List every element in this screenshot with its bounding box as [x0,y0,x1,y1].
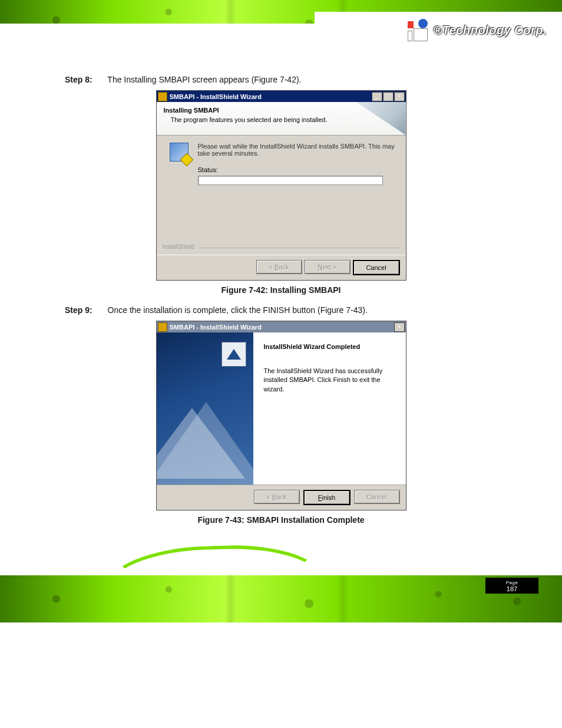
completed-title: InstallShield Wizard Completed [264,343,396,350]
figure-7-42-wrap: SMBAPI - InstallShield Wizard _ □ × Inst… [29,90,533,281]
cancel-button[interactable]: Cancel [353,260,400,275]
install-progress-icon [170,143,189,162]
iei-logo-icon [408,19,430,41]
page-header: ®Technology Corp. [0,0,562,57]
minimize-button[interactable]: _ [372,92,382,101]
install-wait-text: Please wait while the InstallShield Wiza… [198,143,396,157]
close-button[interactable]: × [394,92,405,101]
titlebar-2-title: SMBAPI - InstallShield Wizard [170,324,394,331]
titlebar-1: SMBAPI - InstallShield Wizard _ □ × [157,91,406,102]
step-9: Step 9: Once the installation is complet… [65,305,533,315]
page-number-box: Page 187 [485,572,538,596]
installer-icon [158,322,167,332]
step-8-text: The Installing SMBAPI screen appears (Fi… [107,75,301,84]
back-button: < Back [254,490,300,504]
page-content: Step 8: The Installing SMBAPI screen app… [0,70,562,525]
window-controls: _ □ × [372,92,405,101]
wizard-header-sub: The program features you selected are be… [171,116,399,123]
wizard-header: Installing SMBAPI The program features y… [157,102,406,136]
status-label: Status: [198,166,396,173]
installer-icon [158,92,167,101]
titlebar-2: SMBAPI - InstallShield Wizard × [157,321,406,332]
button-bar-1: < Back Next > Cancel [157,255,406,280]
step-9-no: Step 9: [65,305,92,315]
shield-icon [222,342,246,367]
wizard-side-graphic [157,332,253,485]
button-bar-2: < Back Finish Cancel [157,485,406,510]
brand-logo-area: ®Technology Corp. [408,19,547,41]
installshield-window-installing: SMBAPI - InstallShield Wizard _ □ × Inst… [156,90,406,281]
installshield-window-completed: SMBAPI - InstallShield Wizard × InstallS… [156,321,406,510]
step-9-text: Once the installation is complete, click… [108,305,368,315]
page-number: 187 [507,585,517,592]
brand-text: ®Technology Corp. [434,24,547,37]
window-controls: × [394,322,405,332]
completed-panel: InstallShield Wizard Completed The Insta… [253,332,406,485]
wizard-body: Please wait while the InstallShield Wiza… [157,136,406,255]
maximize-button[interactable]: □ [383,92,394,101]
figure-7-42-caption: Figure 7-42: Installing SMBAPI [29,285,533,295]
next-button: Next > [305,260,351,274]
figure-7-43-wrap: SMBAPI - InstallShield Wizard × InstallS… [29,321,533,510]
step-8-no: Step 8: [65,75,92,84]
back-button: < Back [256,260,302,274]
wizard-body-completed: InstallShield Wizard Completed The Insta… [157,332,406,485]
installshield-brand: InstallShield [163,243,400,250]
page-footer: Page 187 [0,575,562,622]
step-8: Step 8: The Installing SMBAPI screen app… [65,75,533,84]
cancel-button: Cancel [354,490,400,504]
finish-button[interactable]: Finish [303,490,351,505]
close-button[interactable]: × [394,322,405,332]
progress-bar [198,176,383,185]
completed-text: The InstallShield Wizard has successfull… [264,367,396,394]
wizard-header-title: Installing SMBAPI [164,107,399,114]
figure-7-43-caption: Figure 7-43: SMBAPI Installation Complet… [29,515,533,525]
page-label: Page [490,580,534,585]
pcb-band-bottom [0,575,562,622]
titlebar-1-title: SMBAPI - InstallShield Wizard [170,93,372,100]
